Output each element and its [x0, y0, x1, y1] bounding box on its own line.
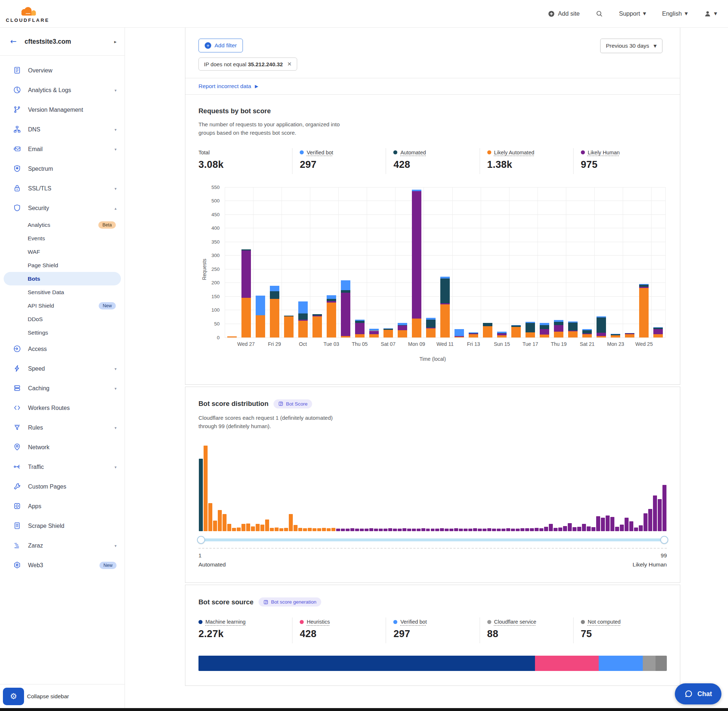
histogram-bar-score-10	[241, 524, 245, 531]
sidebar-item-version-management[interactable]: Version Management	[0, 100, 124, 120]
histogram-bar-score-56	[459, 529, 463, 531]
sidebar-item-overview[interactable]: Overview	[0, 61, 124, 80]
bar-segment-verified-bot	[369, 329, 379, 330]
sidebar-item-security[interactable]: Security▴	[0, 198, 124, 218]
histogram-bar-score-44	[402, 528, 406, 531]
bar-segment-likely-human	[398, 326, 407, 330]
report-incorrect-data-link[interactable]: Report incorrect data ▶	[198, 83, 258, 90]
stat-label[interactable]: Machine learning	[205, 619, 245, 625]
sidebar-item-security-analytics[interactable]: AnalyticsBeta	[4, 218, 121, 232]
sidebar-item-access[interactable]: Access	[0, 339, 124, 359]
cloudflare-cloud-icon	[17, 6, 38, 17]
account-menu[interactable]: ▼	[704, 10, 717, 18]
sidebar-item-apps[interactable]: Apps	[0, 497, 124, 516]
y-tick-label: 350	[211, 239, 220, 244]
histogram-bar-score-73	[539, 528, 543, 531]
bot-score-doc-badge[interactable]: Bot Score	[273, 399, 312, 409]
histogram-bar-score-51	[435, 529, 439, 531]
gear-icon: ⚙	[10, 692, 17, 701]
x-tick-label: Oct	[299, 341, 307, 347]
histogram-bar-score-55	[454, 528, 458, 531]
date-range-select[interactable]: Previous 30 days ▼	[600, 38, 663, 53]
histogram-bar-score-48	[421, 528, 425, 531]
legend-dot	[487, 150, 491, 154]
stat-label[interactable]: Cloudflare service	[494, 619, 536, 625]
collapse-sidebar-button[interactable]: Collapse sidebar	[27, 693, 69, 700]
bar-segment-verified-bot	[255, 296, 265, 315]
sidebar-item-security-events[interactable]: Events	[4, 232, 121, 245]
language-menu[interactable]: English ▼	[662, 10, 688, 17]
histogram-bar-score-87	[605, 515, 610, 531]
chevron-down-icon: ▼	[714, 11, 717, 16]
sidebar-item-network[interactable]: Network	[0, 438, 124, 457]
score-range-slider	[198, 535, 667, 544]
slider-handle-min[interactable]	[197, 536, 205, 544]
remove-filter-icon[interactable]: ✕	[287, 61, 292, 67]
y-tick-label: 400	[211, 225, 220, 231]
slider-track[interactable]	[200, 538, 665, 541]
scrape-shield-icon	[13, 522, 22, 530]
settings-gear-button[interactable]: ⚙	[3, 688, 24, 705]
bar-segment-likely-human	[426, 327, 436, 328]
sidebar-item-security-bots[interactable]: Bots	[4, 272, 121, 285]
histogram-bar-score-84	[591, 527, 595, 531]
stat-label[interactable]: Verified bot	[400, 619, 427, 625]
chat-button[interactable]: Chat	[675, 683, 721, 704]
add-filter-button[interactable]: + Add filter	[198, 38, 243, 52]
sidebar-item-zaraz[interactable]: Zaraz▾	[0, 536, 124, 556]
stat-label[interactable]: Likely Human	[588, 150, 620, 155]
sidebar-item-caching[interactable]: Caching▾	[0, 379, 124, 398]
sidebar-item-security-api-shield[interactable]: API ShieldNew	[4, 299, 121, 312]
sidebar-item-security-waf[interactable]: WAF	[4, 245, 121, 258]
bot-score-generation-doc-badge[interactable]: Bot score generation	[258, 597, 321, 606]
sidebar-item-traffic[interactable]: Traffic▾	[0, 457, 124, 477]
stat-label[interactable]: Automated	[400, 150, 426, 155]
histogram-bar-score-52	[440, 528, 444, 531]
sidebar-item-scrape-shield[interactable]: Scrape Shield	[0, 516, 124, 536]
stat-label[interactable]: Not computed	[588, 619, 620, 625]
sidebar-item-ssl-tls[interactable]: SSL/TLS▾	[0, 179, 124, 198]
back-arrow-icon[interactable]: ←	[10, 37, 17, 46]
source-stats-row: Machine learning2.27kHeuristics428Verifi…	[198, 617, 667, 643]
histogram-bar-score-27	[322, 528, 326, 531]
sidebar-item-analytics-logs[interactable]: Analytics & Logs▾	[0, 80, 124, 100]
site-switcher-caret-icon[interactable]: ▸	[114, 39, 117, 44]
add-site-button[interactable]: Add site	[548, 10, 580, 18]
bar-segment-verified-bot	[440, 277, 450, 279]
sidebar-item-rules[interactable]: Rules▾	[0, 418, 124, 438]
search-button[interactable]	[596, 10, 603, 18]
sidebar-item-email[interactable]: Email▾	[0, 139, 124, 159]
bar-segment-verified-bot	[554, 320, 563, 322]
slider-handle-max[interactable]	[660, 536, 668, 544]
slider-min-caption: Automated	[198, 561, 226, 568]
sidebar-item-spectrum[interactable]: Spectrum	[0, 159, 124, 179]
stat-label[interactable]: Heuristics	[307, 619, 330, 625]
sidebar-item-web3[interactable]: Web3New	[0, 556, 124, 575]
bar-segment-likely-automated	[313, 316, 322, 338]
sidebar-item-security-sensitive-data[interactable]: Sensitive Data	[4, 285, 121, 299]
sidebar-item-custom-pages[interactable]: Custom Pages	[0, 477, 124, 497]
y-tick-label: 100	[211, 307, 220, 313]
histogram-bar-score-16	[270, 528, 274, 531]
sidebar-item-label: Overview	[28, 67, 117, 74]
bar-segment-automated	[341, 290, 350, 293]
chevron-down-icon: ▾	[114, 426, 117, 430]
bar-segment-likely-human	[298, 320, 308, 321]
speed-icon	[13, 364, 22, 373]
apps-icon	[13, 502, 22, 511]
sidebar-item-security-settings[interactable]: Settings	[4, 326, 121, 339]
sidebar-item-security-page-shield[interactable]: Page Shield	[4, 258, 121, 272]
sidebar-item-dns[interactable]: DNS▾	[0, 120, 124, 139]
cloudflare-logo[interactable]: CLOUDFLARE	[6, 4, 50, 23]
bar-segment-likely-automated	[369, 334, 379, 337]
bar-segment-likely-automated	[412, 319, 421, 338]
stat-label[interactable]: Verified bot	[307, 150, 333, 155]
plus-circle-icon	[548, 10, 555, 18]
support-menu[interactable]: Support ▼	[619, 10, 646, 17]
sidebar-item-speed[interactable]: Speed▾	[0, 359, 124, 379]
histogram-bar-score-61	[483, 529, 487, 531]
sidebar-item-workers-routes[interactable]: Workers Routes	[0, 398, 124, 418]
sidebar-item-security-ddos[interactable]: DDoS	[4, 312, 121, 326]
bar-segment-automated	[355, 321, 365, 323]
stat-label[interactable]: Likely Automated	[494, 150, 534, 155]
